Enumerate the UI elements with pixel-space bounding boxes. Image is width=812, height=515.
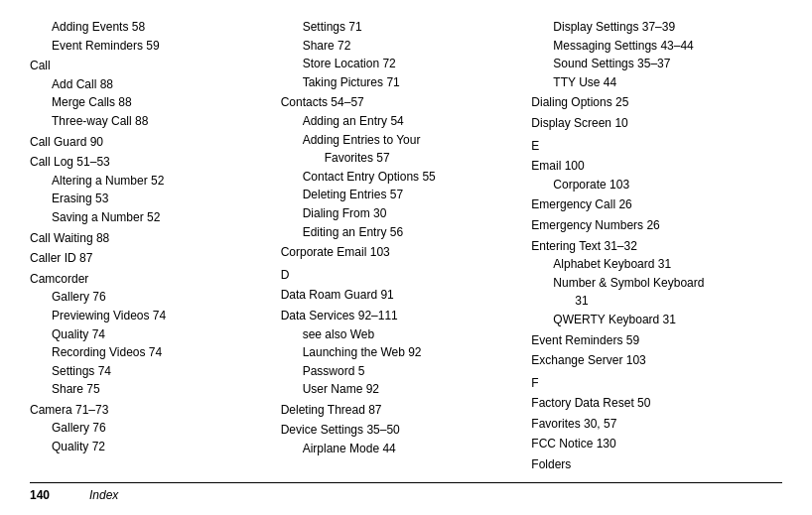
list-item: Number & Symbol Keyboard: [531, 274, 772, 293]
list-item: Launching the Web 92: [281, 343, 522, 362]
footer-label: Index: [89, 488, 118, 502]
list-item: User Name 92: [281, 380, 522, 399]
list-item: Corporate 103: [531, 176, 772, 194]
list-item: Caller ID 87: [30, 249, 271, 268]
list-item: Altering a Number 52: [30, 172, 271, 191]
list-item: Favorites 30, 57: [531, 415, 772, 434]
list-item: Sound Settings 35–37: [531, 55, 772, 73]
column-col2: Settings 71Share 72Store Location 72Taki…: [281, 18, 532, 474]
list-item: Saving a Number 52: [30, 208, 271, 227]
list-item: Emergency Call 26: [531, 195, 772, 214]
list-item: Adding Events 58: [30, 18, 271, 37]
list-item: Deleting Entries 57: [281, 186, 522, 204]
list-item: see also Web: [281, 325, 522, 344]
list-item: Gallery 76: [30, 419, 271, 438]
list-item: Dialing From 30: [281, 204, 522, 223]
list-item: Corporate Email 103: [281, 243, 522, 262]
list-item: QWERTY Keyboard 31: [531, 311, 772, 329]
list-item: Adding an Entry 54: [281, 112, 522, 131]
list-item: Camcorder: [30, 270, 271, 289]
list-item: Contacts 54–57: [281, 93, 522, 112]
list-item: Settings 74: [30, 362, 271, 381]
list-item: Quality 72: [30, 438, 271, 456]
list-item: TTY Use 44: [531, 73, 772, 92]
list-item: D: [281, 266, 522, 285]
content-area: Adding Events 58Event Reminders 59CallAd…: [30, 18, 782, 474]
list-item: Call Guard 90: [30, 133, 271, 152]
list-item: Alphabet Keyboard 31: [531, 255, 772, 274]
list-item: Event Reminders 59: [30, 37, 271, 56]
list-item: Data Services 92–111: [281, 307, 522, 325]
list-item: Editing an Entry 56: [281, 223, 522, 242]
list-item: Settings 71: [281, 18, 522, 37]
list-item: Three-way Call 88: [30, 112, 271, 131]
list-item: Messaging Settings 43–44: [531, 37, 772, 56]
list-item: Call: [30, 57, 271, 75]
list-item: Quality 74: [30, 325, 271, 344]
list-item: Previewing Videos 74: [30, 307, 271, 325]
list-item: Device Settings 35–50: [281, 421, 522, 440]
list-item: F: [531, 374, 772, 393]
list-item: Display Settings 37–39: [531, 18, 772, 37]
list-item: Folders: [531, 455, 772, 474]
list-item: Deleting Thread 87: [281, 401, 522, 420]
list-item: Email 100: [531, 157, 772, 176]
list-item: Share 75: [30, 380, 271, 399]
footer: 140 Index: [30, 482, 782, 502]
list-item: Password 5: [281, 362, 522, 381]
page: Adding Events 58Event Reminders 59CallAd…: [0, 0, 812, 515]
list-item: Camera 71–73: [30, 401, 271, 420]
list-item: Favorites 57: [281, 149, 522, 168]
list-item: Adding Entries to Your: [281, 131, 522, 150]
list-item: Data Roam Guard 91: [281, 286, 522, 305]
list-item: Store Location 72: [281, 55, 522, 73]
list-item: Emergency Numbers 26: [531, 216, 772, 235]
list-item: Taking Pictures 71: [281, 73, 522, 92]
list-item: Gallery 76: [30, 288, 271, 307]
list-item: Factory Data Reset 50: [531, 394, 772, 413]
column-col3: Display Settings 37–39Messaging Settings…: [531, 18, 782, 474]
list-item: Display Screen 10: [531, 114, 772, 133]
list-item: Call Log 51–53: [30, 153, 271, 172]
list-item: E: [531, 137, 772, 156]
list-item: Dialing Options 25: [531, 93, 772, 112]
column-col1: Adding Events 58Event Reminders 59CallAd…: [30, 18, 281, 474]
footer-page-number: 140: [30, 488, 89, 502]
list-item: Entering Text 31–32: [531, 237, 772, 256]
list-item: Recording Videos 74: [30, 343, 271, 362]
list-item: Merge Calls 88: [30, 93, 271, 112]
list-item: Airplane Mode 44: [281, 440, 522, 458]
list-item: Contact Entry Options 55: [281, 168, 522, 187]
list-item: Share 72: [281, 37, 522, 56]
list-item: Erasing 53: [30, 190, 271, 208]
list-item: Add Call 88: [30, 75, 271, 94]
list-item: 31: [531, 292, 772, 311]
list-item: Event Reminders 59: [531, 331, 772, 350]
list-item: Exchange Server 103: [531, 351, 772, 370]
list-item: FCC Notice 130: [531, 435, 772, 453]
list-item: Call Waiting 88: [30, 229, 271, 248]
